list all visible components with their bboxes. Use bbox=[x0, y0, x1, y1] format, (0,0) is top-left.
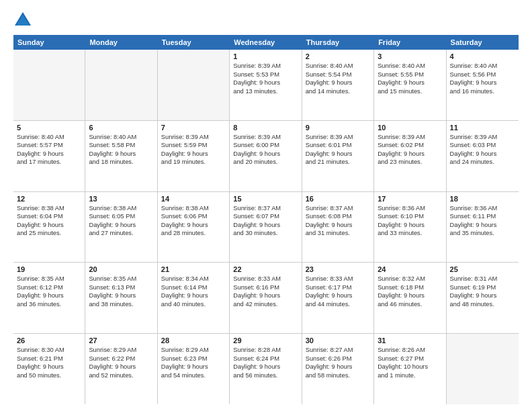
day-number: 31 bbox=[378, 336, 442, 345]
calendar-day-7: 7Sunrise: 8:39 AM Sunset: 5:59 PM Daylig… bbox=[158, 121, 230, 191]
calendar-day-12: 12Sunrise: 8:38 AM Sunset: 6:04 PM Dayli… bbox=[13, 192, 85, 263]
calendar-day-empty bbox=[85, 50, 157, 120]
day-number: 23 bbox=[306, 265, 370, 273]
day-number: 2 bbox=[306, 52, 370, 60]
calendar-day-5: 5Sunrise: 8:40 AM Sunset: 5:57 PM Daylig… bbox=[13, 121, 85, 191]
logo bbox=[13, 11, 35, 30]
day-info: Sunrise: 8:32 AM Sunset: 6:18 PM Dayligh… bbox=[378, 275, 442, 308]
day-info: Sunrise: 8:33 AM Sunset: 6:16 PM Dayligh… bbox=[233, 275, 298, 308]
day-number: 15 bbox=[233, 195, 298, 203]
day-info: Sunrise: 8:36 AM Sunset: 6:10 PM Dayligh… bbox=[378, 204, 442, 238]
header-day-monday: Monday bbox=[85, 35, 157, 50]
day-info: Sunrise: 8:40 AM Sunset: 5:57 PM Dayligh… bbox=[17, 133, 81, 167]
calendar-row-4: 19Sunrise: 8:35 AM Sunset: 6:12 PM Dayli… bbox=[13, 263, 519, 334]
day-info: Sunrise: 8:27 AM Sunset: 6:26 PM Dayligh… bbox=[306, 346, 370, 379]
day-number: 8 bbox=[233, 124, 298, 132]
day-number: 14 bbox=[161, 195, 226, 203]
calendar-row-5: 26Sunrise: 8:30 AM Sunset: 6:21 PM Dayli… bbox=[13, 334, 519, 404]
day-number: 20 bbox=[89, 265, 153, 273]
day-number: 17 bbox=[378, 195, 442, 203]
day-info: Sunrise: 8:28 AM Sunset: 6:24 PM Dayligh… bbox=[233, 346, 298, 379]
day-info: Sunrise: 8:35 AM Sunset: 6:12 PM Dayligh… bbox=[17, 275, 81, 308]
calendar-day-empty bbox=[13, 50, 85, 120]
day-number: 27 bbox=[89, 336, 153, 345]
calendar-body: 1Sunrise: 8:39 AM Sunset: 5:53 PM Daylig… bbox=[13, 50, 519, 404]
day-number: 13 bbox=[89, 195, 153, 203]
day-info: Sunrise: 8:30 AM Sunset: 6:21 PM Dayligh… bbox=[17, 346, 81, 379]
day-number: 29 bbox=[233, 336, 298, 345]
day-number: 21 bbox=[161, 265, 226, 273]
day-info: Sunrise: 8:37 AM Sunset: 6:08 PM Dayligh… bbox=[306, 204, 370, 238]
day-number: 6 bbox=[89, 124, 153, 132]
calendar-day-6: 6Sunrise: 8:40 AM Sunset: 5:58 PM Daylig… bbox=[85, 121, 157, 191]
day-info: Sunrise: 8:40 AM Sunset: 5:55 PM Dayligh… bbox=[378, 62, 442, 95]
day-info: Sunrise: 8:39 AM Sunset: 6:02 PM Dayligh… bbox=[378, 133, 442, 167]
calendar-row-3: 12Sunrise: 8:38 AM Sunset: 6:04 PM Dayli… bbox=[13, 192, 519, 263]
calendar-day-31: 31Sunrise: 8:26 AM Sunset: 6:27 PM Dayli… bbox=[374, 334, 446, 404]
calendar-header: SundayMondayTuesdayWednesdayThursdayFrid… bbox=[13, 35, 519, 50]
day-info: Sunrise: 8:39 AM Sunset: 6:00 PM Dayligh… bbox=[233, 133, 298, 167]
day-number: 18 bbox=[450, 195, 515, 203]
calendar-day-17: 17Sunrise: 8:36 AM Sunset: 6:10 PM Dayli… bbox=[374, 192, 446, 263]
day-info: Sunrise: 8:36 AM Sunset: 6:11 PM Dayligh… bbox=[450, 204, 515, 238]
day-number: 28 bbox=[161, 336, 226, 345]
header-day-saturday: Saturday bbox=[447, 35, 519, 50]
calendar-day-27: 27Sunrise: 8:29 AM Sunset: 6:22 PM Dayli… bbox=[85, 334, 157, 404]
day-info: Sunrise: 8:39 AM Sunset: 5:53 PM Dayligh… bbox=[233, 62, 298, 95]
calendar-day-20: 20Sunrise: 8:35 AM Sunset: 6:13 PM Dayli… bbox=[85, 263, 157, 333]
header bbox=[13, 11, 519, 30]
day-info: Sunrise: 8:40 AM Sunset: 5:58 PM Dayligh… bbox=[89, 133, 153, 167]
calendar-day-3: 3Sunrise: 8:40 AM Sunset: 5:55 PM Daylig… bbox=[374, 50, 446, 120]
calendar-day-30: 30Sunrise: 8:27 AM Sunset: 6:26 PM Dayli… bbox=[302, 334, 374, 404]
calendar-day-14: 14Sunrise: 8:38 AM Sunset: 6:06 PM Dayli… bbox=[158, 192, 230, 263]
calendar-day-26: 26Sunrise: 8:30 AM Sunset: 6:21 PM Dayli… bbox=[13, 334, 85, 404]
day-number: 1 bbox=[233, 52, 298, 60]
header-day-wednesday: Wednesday bbox=[230, 35, 302, 50]
calendar-day-21: 21Sunrise: 8:34 AM Sunset: 6:14 PM Dayli… bbox=[158, 263, 230, 333]
day-info: Sunrise: 8:37 AM Sunset: 6:07 PM Dayligh… bbox=[233, 204, 298, 238]
day-number: 11 bbox=[450, 124, 515, 132]
header-day-thursday: Thursday bbox=[302, 35, 374, 50]
calendar-row-1: 1Sunrise: 8:39 AM Sunset: 5:53 PM Daylig… bbox=[13, 50, 519, 121]
day-number: 4 bbox=[450, 52, 515, 60]
day-info: Sunrise: 8:39 AM Sunset: 6:03 PM Dayligh… bbox=[450, 133, 515, 167]
day-info: Sunrise: 8:26 AM Sunset: 6:27 PM Dayligh… bbox=[378, 346, 442, 379]
calendar-row-2: 5Sunrise: 8:40 AM Sunset: 5:57 PM Daylig… bbox=[13, 121, 519, 192]
calendar-day-18: 18Sunrise: 8:36 AM Sunset: 6:11 PM Dayli… bbox=[447, 192, 519, 263]
day-info: Sunrise: 8:33 AM Sunset: 6:17 PM Dayligh… bbox=[306, 275, 370, 308]
calendar-day-23: 23Sunrise: 8:33 AM Sunset: 6:17 PM Dayli… bbox=[302, 263, 374, 333]
day-number: 30 bbox=[306, 336, 370, 345]
calendar-day-25: 25Sunrise: 8:31 AM Sunset: 6:19 PM Dayli… bbox=[447, 263, 519, 333]
day-number: 22 bbox=[233, 265, 298, 273]
calendar-day-13: 13Sunrise: 8:38 AM Sunset: 6:05 PM Dayli… bbox=[85, 192, 157, 263]
calendar-day-1: 1Sunrise: 8:39 AM Sunset: 5:53 PM Daylig… bbox=[230, 50, 302, 120]
day-number: 10 bbox=[378, 124, 442, 132]
day-info: Sunrise: 8:39 AM Sunset: 5:59 PM Dayligh… bbox=[161, 133, 226, 167]
calendar-day-9: 9Sunrise: 8:39 AM Sunset: 6:01 PM Daylig… bbox=[302, 121, 374, 191]
calendar-day-28: 28Sunrise: 8:29 AM Sunset: 6:23 PM Dayli… bbox=[158, 334, 230, 404]
calendar-day-16: 16Sunrise: 8:37 AM Sunset: 6:08 PM Dayli… bbox=[302, 192, 374, 263]
calendar-day-22: 22Sunrise: 8:33 AM Sunset: 6:16 PM Dayli… bbox=[230, 263, 302, 333]
day-number: 19 bbox=[17, 265, 81, 273]
calendar-day-8: 8Sunrise: 8:39 AM Sunset: 6:00 PM Daylig… bbox=[230, 121, 302, 191]
day-info: Sunrise: 8:29 AM Sunset: 6:23 PM Dayligh… bbox=[161, 346, 226, 379]
day-number: 25 bbox=[450, 265, 515, 273]
calendar-day-11: 11Sunrise: 8:39 AM Sunset: 6:03 PM Dayli… bbox=[447, 121, 519, 191]
day-number: 9 bbox=[306, 124, 370, 132]
day-info: Sunrise: 8:35 AM Sunset: 6:13 PM Dayligh… bbox=[89, 275, 153, 308]
day-number: 3 bbox=[378, 52, 442, 60]
day-number: 26 bbox=[17, 336, 81, 345]
day-number: 7 bbox=[161, 124, 226, 132]
day-info: Sunrise: 8:38 AM Sunset: 6:04 PM Dayligh… bbox=[17, 204, 81, 238]
calendar-day-10: 10Sunrise: 8:39 AM Sunset: 6:02 PM Dayli… bbox=[374, 121, 446, 191]
day-number: 5 bbox=[17, 124, 81, 132]
calendar-day-29: 29Sunrise: 8:28 AM Sunset: 6:24 PM Dayli… bbox=[230, 334, 302, 404]
calendar-day-15: 15Sunrise: 8:37 AM Sunset: 6:07 PM Dayli… bbox=[230, 192, 302, 263]
calendar: SundayMondayTuesdayWednesdayThursdayFrid… bbox=[13, 35, 519, 404]
day-info: Sunrise: 8:40 AM Sunset: 5:56 PM Dayligh… bbox=[450, 62, 515, 95]
day-info: Sunrise: 8:38 AM Sunset: 6:05 PM Dayligh… bbox=[89, 204, 153, 238]
header-day-tuesday: Tuesday bbox=[158, 35, 230, 50]
header-day-friday: Friday bbox=[374, 35, 446, 50]
page: SundayMondayTuesdayWednesdayThursdayFrid… bbox=[0, 0, 532, 411]
day-info: Sunrise: 8:29 AM Sunset: 6:22 PM Dayligh… bbox=[89, 346, 153, 379]
